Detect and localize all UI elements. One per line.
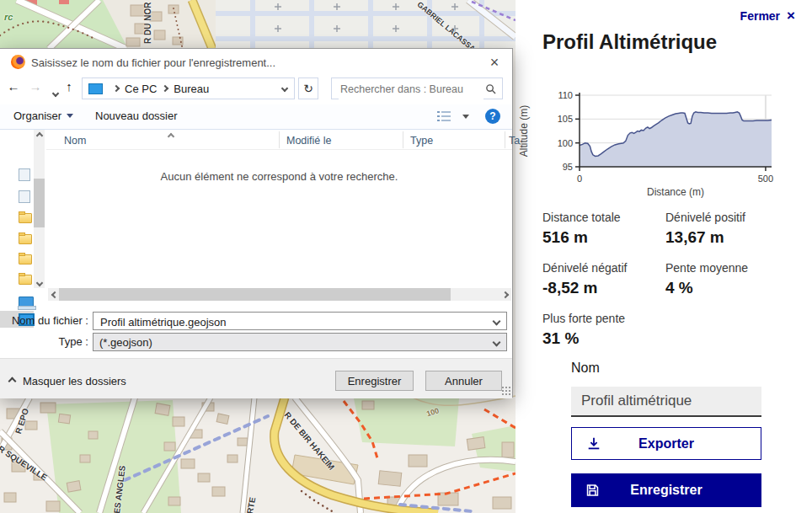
scroll-right-icon[interactable] [499,288,511,301]
filename-combobox [93,312,507,330]
hide-folders-button[interactable]: Masquer les dossiers [9,375,126,387]
save-icon [585,484,600,498]
close-icon: × [787,8,795,23]
file-list: Nom Modifié le Type Ta Aucun élément ne … [46,130,512,288]
save-button[interactable]: Enregistrer [335,371,414,391]
folder-icon[interactable] [19,275,32,285]
svg-text:Altitude (m): Altitude (m) [518,105,530,157]
download-icon [586,436,601,452]
panel-save-button[interactable]: Enregistrer [571,473,761,507]
svg-text:95: 95 [563,162,573,172]
document-icon[interactable] [19,168,30,181]
panel-close-button[interactable]: Fermer × [740,8,795,23]
forward-icon[interactable]: → [27,79,44,94]
scrollbar-thumb[interactable] [59,288,451,301]
dialog-main: Nom Modifié le Type Ta Aucun élément ne … [0,130,512,288]
chevron-down-icon[interactable] [281,85,288,92]
dialog-address-bar: ← → ↑ Ce PC Bureau ↻ [0,77,512,101]
dialog-close-button[interactable]: × [484,52,505,72]
type-value: (*.geojson) [99,336,506,349]
chevron-down-icon [67,114,73,118]
column-name[interactable]: Nom [64,135,86,147]
sidebar-scrollbar[interactable] [34,130,45,288]
save-dialog: Saisissez le nom du fichier pour l'enreg… [0,48,513,398]
up-icon[interactable]: ↑ [61,79,77,94]
map-street-label: R DU NOR [143,3,152,44]
breadcrumb-this-pc[interactable]: Ce PC [125,83,157,95]
chevron-right-icon [113,85,120,92]
stat-plus-forte-pente: Plus forte pente 31 % [542,312,665,348]
elevation-chart-block: 951001051100500Distance (m)Altitude (m) [516,85,812,206]
type-label: Type : [2,335,88,348]
back-icon[interactable]: ← [5,79,22,94]
app: rcR DU NORGABRIEL LACASSAGNER EPOR SQUEV… [0,0,812,513]
dialog-titlebar: Saisissez le nom du fichier pour l'enreg… [0,49,512,76]
document-icon[interactable] [19,190,30,203]
svg-text:500: 500 [758,174,773,184]
name-label: Nom [571,361,600,376]
search-input[interactable] [339,79,483,99]
panel-title: Profil Altimétrique [542,30,717,54]
new-folder-button[interactable]: Nouveau dossier [95,110,178,122]
stat-denivele-positif: Dénivelé positif 13,67 m [665,211,795,247]
chevron-right-icon [162,85,168,92]
this-pc-icon[interactable] [19,297,34,307]
sort-ascending-icon [168,130,174,142]
search-icon [485,83,496,97]
svg-text:Distance (m): Distance (m) [647,186,704,198]
stat-pente-moyenne: Pente moyenne 4 % [665,261,795,297]
breadcrumb[interactable]: Ce PC Bureau [82,77,295,99]
search-box [331,77,503,99]
stat-distance-totale: Distance totale 516 m [542,211,665,247]
desktop-icon [88,83,103,94]
chevron-up-icon [8,377,17,386]
folder-icon[interactable] [19,254,32,265]
scroll-down-icon[interactable] [34,277,45,288]
refresh-button[interactable]: ↻ [298,77,318,99]
empty-message: Aucun élément ne correspond à votre rech… [46,170,512,183]
name-input[interactable] [571,387,761,417]
filename-input[interactable] [99,313,485,330]
stat-denivele-negatif: Dénivelé négatif -8,52 m [542,261,665,297]
breadcrumb-desktop[interactable]: Bureau [174,83,209,95]
scroll-up-icon[interactable] [34,130,45,141]
dialog-title: Saisissez le nom du fichier pour l'enreg… [31,56,275,69]
firefox-icon [11,55,25,69]
stats-grid: Distance totale 516 m Dénivelé positif 1… [542,211,795,348]
export-label: Exporter [638,436,694,452]
svg-text:100: 100 [558,138,573,148]
chevron-down-icon [462,115,469,119]
list-header: Nom Modifié le Type Ta [46,131,512,150]
folder-icon[interactable] [19,234,32,244]
export-button[interactable]: Exporter [571,427,761,460]
svg-text:0: 0 [577,174,582,184]
view-selector-button[interactable] [437,110,469,122]
dialog-footer: Masquer les dossiers Enregistrer Annuler [0,358,512,398]
help-icon[interactable]: ? [485,109,500,124]
column-size[interactable]: Ta [509,135,520,147]
scrollbar-thumb[interactable] [34,179,45,227]
panel-close-label: Fermer [740,9,780,23]
svg-text:110: 110 [558,90,573,100]
folder-icon[interactable] [19,213,32,223]
column-type[interactable]: Type [410,135,433,147]
svg-text:105: 105 [558,114,573,124]
filename-label: Nom du fichier : [2,314,88,327]
type-select[interactable]: (*.geojson) [93,333,507,351]
panel-save-label: Enregistrer [630,483,702,498]
horizontal-scrollbar[interactable] [48,288,511,301]
nav-pane [0,130,45,288]
map-street-label: rc [4,12,13,22]
dialog-toolbar: Organiser Nouveau dossier ? [0,104,512,130]
column-modified[interactable]: Modifié le [286,135,332,147]
resize-grip[interactable] [501,386,510,395]
elevation-chart: 951001051100500Distance (m)Altitude (m) [516,85,812,206]
elevation-panel: Fermer × Profil Altimétrique 95100105110… [516,0,812,513]
chevron-down-icon[interactable] [493,318,501,326]
organize-button[interactable]: Organiser [13,110,73,122]
cancel-button[interactable]: Annuler [425,371,502,391]
